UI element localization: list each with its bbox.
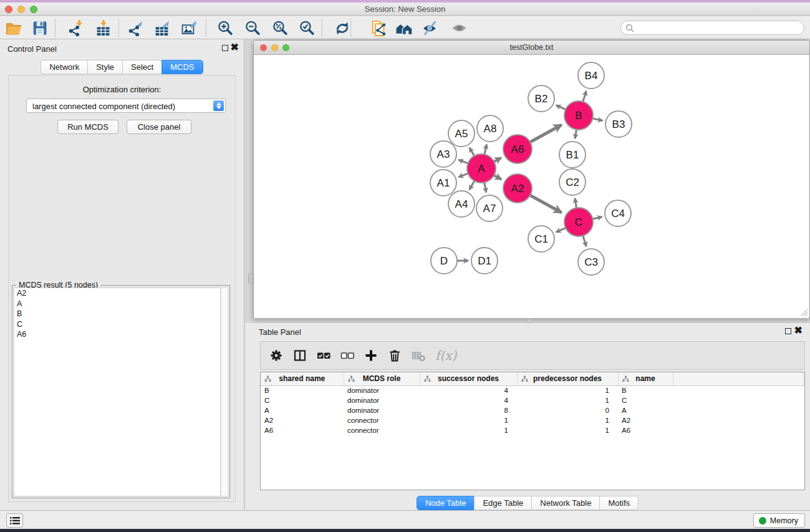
table-cell[interactable]: dominator xyxy=(344,405,420,415)
graph-node-A3[interactable]: A3 xyxy=(430,141,456,167)
tab-mcds[interactable]: MCDS xyxy=(162,60,203,74)
tab-node-table[interactable]: Node Table xyxy=(417,496,475,510)
show-all-nodes-edges-icon[interactable] xyxy=(393,18,414,37)
table-cell[interactable]: connector xyxy=(344,415,420,425)
close-panel-button[interactable]: Close panel xyxy=(127,120,191,134)
export-network-icon[interactable] xyxy=(125,18,147,37)
hide-selected-icon[interactable] xyxy=(420,18,441,37)
zoom-fit-icon[interactable] xyxy=(269,18,291,37)
tab-edge-table[interactable]: Edge Table xyxy=(474,496,532,510)
create-column-icon[interactable] xyxy=(359,344,383,367)
table-cell[interactable]: 1 xyxy=(420,425,517,435)
graph-node-C4[interactable]: C4 xyxy=(605,200,631,226)
search-input[interactable] xyxy=(637,22,799,34)
column-header-successor-nodes[interactable]: successor nodes xyxy=(420,372,517,385)
task-history-list-icon[interactable] xyxy=(6,513,23,528)
resize-grip-icon[interactable] xyxy=(799,307,808,316)
table-cell[interactable]: 1 xyxy=(517,415,618,425)
mcds-result-scrollbar[interactable] xyxy=(221,288,228,496)
table-cell[interactable]: A2 xyxy=(618,415,673,425)
graph-node-C3[interactable]: C3 xyxy=(578,249,604,275)
refresh-icon[interactable] xyxy=(331,18,352,37)
tab-select[interactable]: Select xyxy=(122,60,162,74)
table-cell[interactable]: dominator xyxy=(344,385,420,395)
control-panel-float-icon[interactable] xyxy=(222,45,228,51)
table-row[interactable]: Cdominator41C xyxy=(261,395,804,405)
table-mode-gear-icon[interactable] xyxy=(264,344,288,367)
table-cell[interactable]: A xyxy=(618,405,673,415)
show-column-panel-icon[interactable] xyxy=(288,344,312,367)
table-cell[interactable]: B xyxy=(261,385,344,395)
column-header-name[interactable]: name xyxy=(618,372,673,385)
table-cell[interactable]: 8 xyxy=(420,405,517,415)
graph-node-C[interactable]: C xyxy=(564,208,593,236)
table-cell[interactable]: 0 xyxy=(517,405,618,415)
optimization-criterion-select[interactable]: largest connected component (directed) xyxy=(26,99,226,113)
graph-node-A5[interactable]: A5 xyxy=(448,120,475,147)
graph-node-A8[interactable]: A8 xyxy=(477,115,503,142)
horizontal-splitter-handle[interactable] xyxy=(526,319,533,322)
import-network-icon[interactable] xyxy=(65,18,86,37)
table-row[interactable]: A6connector11A6 xyxy=(261,425,804,435)
table-cell[interactable]: 1 xyxy=(420,415,517,425)
column-header-MCDS-role[interactable]: MCDS role xyxy=(344,372,420,385)
run-mcds-button[interactable]: Run MCDS xyxy=(57,120,118,134)
search-field[interactable] xyxy=(620,21,804,35)
mcds-result-item[interactable]: A xyxy=(14,299,220,309)
table-cell[interactable]: A xyxy=(261,405,344,415)
show-hidden-icon[interactable] xyxy=(448,18,470,37)
table-row[interactable]: Adominator80A xyxy=(261,405,804,415)
graph-node-A4[interactable]: A4 xyxy=(448,191,475,217)
graph-node-D[interactable]: D xyxy=(431,248,457,274)
control-panel-close-icon[interactable]: ✖ xyxy=(231,41,239,54)
table-cell[interactable]: 1 xyxy=(517,385,618,395)
table-cell[interactable]: 1 xyxy=(517,395,618,405)
table-row[interactable]: A2connector11A2 xyxy=(261,415,804,425)
graph-node-A6[interactable]: A6 xyxy=(503,135,532,163)
graph-node-C2[interactable]: C2 xyxy=(559,169,586,195)
zoom-out-icon[interactable] xyxy=(242,18,263,37)
mcds-result-list[interactable]: A2ABCA6 xyxy=(14,288,221,496)
table-cell[interactable]: 4 xyxy=(420,395,517,405)
import-table-icon[interactable] xyxy=(92,18,113,37)
graph-node-B4[interactable]: B4 xyxy=(578,62,604,89)
select-all-columns-icon[interactable] xyxy=(312,344,335,367)
mcds-result-item[interactable]: A6 xyxy=(14,329,220,340)
export-table-icon[interactable] xyxy=(152,18,173,37)
new-network-from-selection-icon[interactable] xyxy=(367,18,388,37)
table-panel-close-icon[interactable]: ✖ xyxy=(794,324,803,337)
graph-node-C1[interactable]: C1 xyxy=(528,226,554,252)
export-image-icon[interactable] xyxy=(178,18,200,37)
network-window-titlebar[interactable]: testGlobe.txt xyxy=(254,41,809,55)
mcds-result-item[interactable]: C xyxy=(14,319,220,330)
graph-node-B1[interactable]: B1 xyxy=(559,142,586,168)
column-header-predecessor-nodes[interactable]: predecessor nodes xyxy=(517,372,618,385)
graph-node-D1[interactable]: D1 xyxy=(471,248,498,274)
mcds-result-item[interactable]: A2 xyxy=(14,288,220,299)
graph-node-B[interactable]: B xyxy=(564,101,593,130)
graph-node-A1[interactable]: A1 xyxy=(430,170,456,196)
tab-style[interactable]: Style xyxy=(87,60,123,74)
table-panel-float-icon[interactable] xyxy=(785,328,791,334)
table-cell[interactable]: 4 xyxy=(420,385,517,395)
deselect-all-columns-icon[interactable] xyxy=(335,344,359,367)
tab-network[interactable]: Network xyxy=(41,60,88,74)
table-cell[interactable]: A6 xyxy=(618,425,673,435)
table-cell[interactable]: A6 xyxy=(261,425,344,435)
zoom-selected-icon[interactable] xyxy=(296,18,317,37)
column-header-shared-name[interactable]: shared name xyxy=(261,372,344,385)
table-cell[interactable]: B xyxy=(618,385,673,395)
network-canvas[interactable]: B4B2BB3A8A5A6A3B1AA1C2A2A4A7C4CC1C3DD1 xyxy=(254,56,809,318)
tab-motifs[interactable]: Motifs xyxy=(599,496,639,510)
table-cell[interactable]: 1 xyxy=(517,425,618,435)
table-cell[interactable]: dominator xyxy=(344,395,420,405)
select-stepper-icon[interactable] xyxy=(213,100,224,111)
graph-node-A[interactable]: A xyxy=(467,154,496,183)
graph-node-A7[interactable]: A7 xyxy=(476,195,503,221)
graph-node-B3[interactable]: B3 xyxy=(605,111,632,137)
graph-node-A2[interactable]: A2 xyxy=(503,174,532,203)
table-cell[interactable]: connector xyxy=(344,425,420,435)
mcds-result-item[interactable]: B xyxy=(14,309,220,319)
delete-columns-icon[interactable] xyxy=(383,344,407,367)
zoom-in-icon[interactable] xyxy=(215,18,236,37)
